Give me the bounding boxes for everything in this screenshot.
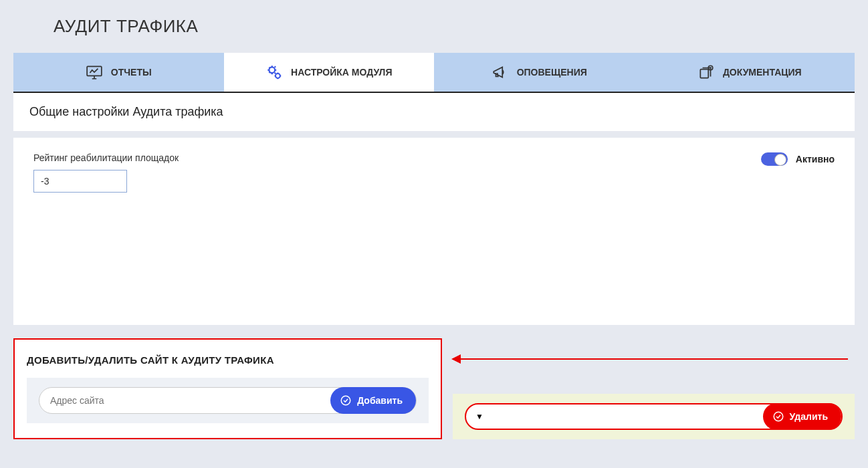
active-toggle[interactable]: [761, 152, 788, 166]
delete-button-label: Удалить: [790, 411, 828, 422]
tabs: ОТЧЕТЫ НАСТРОЙКА МОДУЛЯ ОПОВЕЩЕНИЯ ? ДОК…: [13, 53, 855, 93]
arrow-annotation: [453, 358, 848, 360]
tab-settings-label: НАСТРОЙКА МОДУЛЯ: [291, 67, 392, 78]
svg-point-6: [341, 396, 350, 405]
title-bar: АУДИТ ТРАФИКА: [0, 0, 868, 53]
svg-point-7: [774, 412, 783, 421]
add-button-label: Добавить: [357, 395, 403, 406]
add-site-title: ДОБАВИТЬ/УДАЛИТЬ САЙТ К АУДИТУ ТРАФИКА: [27, 354, 429, 366]
megaphone-icon: [492, 64, 509, 81]
svg-point-2: [276, 74, 280, 78]
chevron-down-icon: ▼: [475, 412, 483, 421]
tab-docs[interactable]: ? ДОКУМЕНТАЦИЯ: [645, 53, 855, 92]
section-header: Общие настройки Аудита трафика: [13, 93, 855, 131]
tab-reports-label: ОТЧЕТЫ: [111, 67, 152, 78]
tab-notifications[interactable]: ОПОВЕЩЕНИЯ: [434, 53, 645, 92]
site-address-pill: Добавить: [39, 387, 417, 414]
tab-docs-label: ДОКУМЕНТАЦИЯ: [723, 67, 802, 78]
svg-rect-3: [700, 70, 708, 78]
active-toggle-label: Активно: [796, 154, 835, 164]
bottom-row: ДОБАВИТЬ/УДАЛИТЬ САЙТ К АУДИТУ ТРАФИКА Д…: [13, 338, 855, 439]
monitor-icon: [86, 64, 103, 81]
gears-icon: [265, 64, 283, 81]
page-title: АУДИТ ТРАФИКА: [53, 16, 868, 37]
settings-panel: Рейтинг реабилитации площадок Активно: [13, 138, 855, 325]
docs-icon: ?: [697, 64, 715, 81]
svg-rect-0: [87, 66, 102, 76]
rating-label: Рейтинг реабилитации площадок: [33, 152, 179, 163]
site-address-input[interactable]: [39, 388, 332, 413]
check-circle-icon: [340, 394, 352, 406]
remove-site-box: ▼ Удалить: [453, 338, 855, 439]
rating-input[interactable]: [33, 170, 127, 193]
tab-notifications-label: ОПОВЕЩЕНИЯ: [517, 67, 587, 78]
tab-reports[interactable]: ОТЧЕТЫ: [13, 53, 224, 92]
tab-settings[interactable]: НАСТРОЙКА МОДУЛЯ: [224, 53, 435, 92]
add-button[interactable]: Добавить: [330, 387, 416, 414]
site-select-pill[interactable]: ▼ Удалить: [465, 403, 843, 430]
check-circle-icon: [772, 411, 784, 423]
delete-button[interactable]: Удалить: [763, 403, 841, 430]
add-site-box: ДОБАВИТЬ/УДАЛИТЬ САЙТ К АУДИТУ ТРАФИКА Д…: [13, 338, 442, 439]
svg-text:?: ?: [710, 66, 712, 70]
site-select-input[interactable]: [483, 404, 764, 429]
